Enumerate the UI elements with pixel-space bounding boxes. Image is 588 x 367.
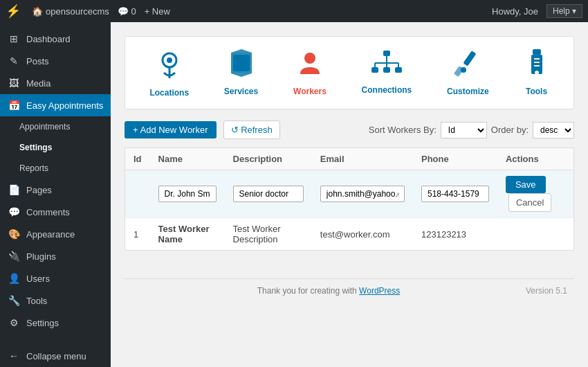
- sidebar-label-pages: Pages: [26, 185, 52, 195]
- locations-icon: [156, 48, 183, 84]
- add-worker-button[interactable]: + Add New Worker: [125, 121, 217, 138]
- nav-locations-label: Locations: [149, 88, 189, 98]
- sidebar-label-appearance: Appearance: [26, 229, 75, 240]
- comments-link[interactable]: 💬 0: [118, 6, 136, 17]
- sidebar-item-posts[interactable]: ✎ Posts: [0, 50, 111, 72]
- sidebar-label-media: Media: [26, 78, 50, 89]
- svg-rect-8: [383, 67, 390, 73]
- wp-logo: ⚡: [6, 3, 21, 19]
- sidebar-item-settings-main[interactable]: ⚙ Settings: [0, 312, 111, 334]
- svg-rect-4: [233, 55, 250, 71]
- table-header-row: Id Name Description Email Phone Actions: [125, 148, 574, 170]
- nav-tools[interactable]: Tools: [524, 49, 549, 96]
- site-name[interactable]: 🏠 opensourcecms: [32, 6, 109, 17]
- tools-icon: 🔧: [7, 295, 21, 306]
- svg-rect-7: [371, 67, 378, 73]
- edit-name-cell: [150, 170, 225, 218]
- svg-point-1: [167, 57, 172, 63]
- refresh-button[interactable]: ↺ Refresh: [223, 120, 280, 139]
- sidebar-item-settings[interactable]: Settings: [0, 137, 111, 158]
- workers-table: Id Name Description Email Phone Actions: [125, 147, 574, 251]
- sidebar-label-users: Users: [26, 274, 50, 284]
- sort-by-select[interactable]: Id Name Email: [441, 122, 487, 138]
- customize-icon: [454, 49, 481, 82]
- nav-locations[interactable]: Locations: [149, 48, 189, 98]
- edit-description-cell: [225, 170, 312, 218]
- easy-appointments-icon: 📅: [7, 100, 21, 111]
- edit-email-input[interactable]: [320, 186, 405, 202]
- row-description: Test Worker Description: [225, 218, 312, 251]
- sidebar-item-media[interactable]: 🖼 Media: [0, 72, 111, 94]
- sidebar-label-comments: Comments: [26, 207, 70, 217]
- pages-icon: 📄: [7, 184, 21, 195]
- sidebar-label-dashboard: Dashboard: [26, 34, 71, 44]
- row-id: 1: [125, 218, 150, 251]
- wordpress-link[interactable]: WordPress: [359, 286, 400, 296]
- edit-actions-cell: Save Cancel: [497, 170, 574, 218]
- edit-email-cell: [312, 170, 413, 218]
- svg-rect-15: [463, 51, 477, 66]
- row-name: Test Worker Name: [150, 218, 225, 251]
- svg-rect-18: [533, 49, 541, 55]
- users-icon: 👤: [7, 273, 21, 284]
- col-id: Id: [125, 148, 150, 170]
- order-by-select[interactable]: asc desc: [533, 122, 574, 138]
- dashboard-icon: ⊞: [7, 33, 21, 44]
- sidebar-item-pages[interactable]: 📄 Pages: [0, 179, 111, 201]
- nav-tools-label: Tools: [526, 87, 547, 96]
- edit-name-input[interactable]: [158, 186, 217, 202]
- connections-icon: [371, 51, 402, 81]
- plugins-icon: 🔌: [7, 251, 21, 262]
- col-actions: Actions: [497, 148, 574, 170]
- workers-toolbar: + Add New Worker ↺ Refresh Sort Workers …: [125, 120, 574, 139]
- table-row: 1 Test Worker Name Test Worker Descripti…: [125, 218, 574, 251]
- sidebar-label-easy-appointments: Easy Appointments: [26, 100, 103, 111]
- sidebar: ⊞ Dashboard ✎ Posts 🖼 Media 📅 Easy Appoi…: [0, 22, 111, 367]
- nav-connections[interactable]: Connections: [362, 51, 412, 95]
- edit-row: Save Cancel: [125, 170, 574, 218]
- nav-customize-label: Customize: [447, 87, 489, 96]
- sort-controls: Sort Workers By: Id Name Email Order by:…: [369, 122, 574, 138]
- sidebar-label-plugins: Plugins: [26, 251, 56, 262]
- admin-bar: ⚡ 🏠 opensourcecms 💬 0 + New Howdy, Joe H…: [0, 0, 588, 22]
- sidebar-item-users[interactable]: 👤 Users: [0, 267, 111, 289]
- edit-phone-input[interactable]: [421, 186, 489, 202]
- sidebar-item-easy-appointments[interactable]: 📅 Easy Appointments: [0, 94, 111, 116]
- sidebar-label-settings-main: Settings: [26, 318, 59, 328]
- new-content-link[interactable]: + New: [145, 6, 170, 17]
- comments-icon: 💬: [7, 206, 21, 217]
- nav-workers[interactable]: Workers: [293, 49, 327, 96]
- edit-id-cell: [125, 170, 150, 218]
- svg-point-17: [461, 67, 466, 73]
- row-email: test@worker.com: [312, 218, 413, 251]
- cancel-button[interactable]: Cancel: [508, 193, 551, 212]
- save-button[interactable]: Save: [506, 176, 546, 193]
- sidebar-item-tools[interactable]: 🔧 Tools: [0, 289, 111, 312]
- col-email: Email: [312, 148, 413, 170]
- sidebar-item-collapse[interactable]: ← Collapse menu: [0, 345, 111, 367]
- settings-icon: ⚙: [7, 317, 21, 328]
- svg-rect-9: [395, 67, 402, 73]
- sidebar-item-appointments[interactable]: Appointments: [0, 116, 111, 137]
- nav-services[interactable]: Services: [224, 49, 258, 96]
- svg-point-5: [304, 53, 315, 64]
- media-icon: 🖼: [7, 78, 21, 89]
- nav-workers-label: Workers: [293, 87, 327, 96]
- sidebar-label-tools: Tools: [26, 296, 47, 306]
- edit-description-input[interactable]: [233, 186, 304, 202]
- sidebar-label-posts: Posts: [26, 56, 49, 66]
- sidebar-item-plugins[interactable]: 🔌 Plugins: [0, 245, 111, 267]
- appearance-icon: 🎨: [7, 229, 21, 240]
- sidebar-item-reports[interactable]: Reports: [0, 158, 111, 179]
- footer-text: Thank you for creating with: [257, 286, 359, 296]
- services-icon: [228, 49, 255, 82]
- sidebar-item-appearance[interactable]: 🎨 Appearance: [0, 223, 111, 245]
- order-by-label: Order by:: [491, 125, 529, 135]
- nav-customize[interactable]: Customize: [447, 49, 489, 96]
- help-button[interactable]: Help ▾: [546, 4, 582, 18]
- workers-icon: [296, 49, 324, 82]
- sidebar-item-comments[interactable]: 💬 Comments: [0, 201, 111, 223]
- row-actions: [497, 218, 574, 251]
- site-link[interactable]: opensourcecms: [46, 6, 109, 17]
- sidebar-item-dashboard[interactable]: ⊞ Dashboard: [0, 28, 111, 50]
